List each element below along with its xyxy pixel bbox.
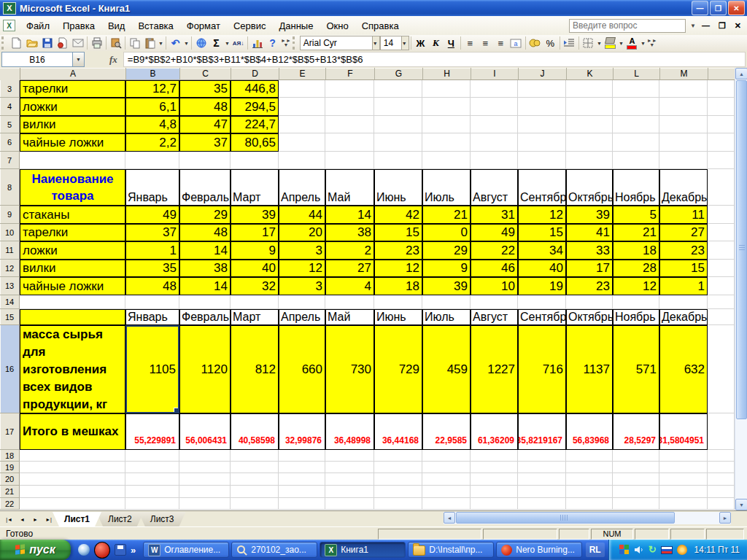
cell-F21[interactable] (325, 486, 374, 498)
cell-G20[interactable] (374, 473, 422, 486)
tab-sheet1[interactable]: Лист1 (53, 512, 101, 526)
formatting-options-icon[interactable]: ►►▼ (647, 39, 657, 47)
cell-D18[interactable] (231, 450, 279, 462)
cell-J7[interactable] (518, 152, 566, 169)
cell-N20[interactable] (708, 473, 735, 486)
cell-F13[interactable]: 4 (325, 277, 374, 295)
cell-M11[interactable]: 23 (659, 241, 708, 260)
cell-A3[interactable]: тарелки (20, 80, 125, 98)
row-header-14[interactable]: 14 (0, 295, 20, 309)
cell-N8[interactable] (708, 169, 735, 206)
cell-I21[interactable] (471, 486, 518, 498)
cell-G19[interactable] (374, 462, 422, 473)
cell-D9[interactable]: 39 (231, 206, 279, 224)
cell-F14[interactable] (325, 295, 374, 309)
cell-H5[interactable] (422, 116, 471, 133)
cell-C21[interactable] (179, 486, 231, 498)
cell-D22[interactable] (231, 498, 279, 510)
cell-I7[interactable] (471, 152, 518, 169)
row-header-12[interactable]: 12 (0, 260, 20, 277)
cell-G12[interactable]: 12 (374, 260, 422, 277)
fill-color-icon[interactable] (603, 36, 618, 50)
cell-D16[interactable]: 812 (231, 325, 279, 413)
cell-H6[interactable] (422, 133, 471, 152)
cell-C16[interactable]: 1120 (179, 325, 231, 413)
cell-A18[interactable] (20, 450, 125, 462)
cell-J21[interactable] (518, 486, 566, 498)
help-icon[interactable]: ? (265, 36, 280, 50)
tab-sheet3[interactable]: Лист3 (139, 512, 186, 526)
cell-H21[interactable] (422, 486, 471, 498)
browser-icon[interactable] (94, 542, 110, 559)
cell-F10[interactable]: 38 (325, 224, 374, 241)
start-button[interactable]: пуск (0, 540, 71, 560)
cell-G5[interactable] (374, 116, 422, 133)
cell-N13[interactable] (708, 277, 735, 295)
cell-K17[interactable]: 56,83968 (566, 413, 613, 450)
cell-F7[interactable] (325, 152, 374, 169)
cell-H10[interactable]: 0 (422, 224, 471, 241)
cell-N9[interactable] (708, 206, 735, 224)
cell-A13[interactable]: чайные ложки (20, 277, 125, 295)
cell-E11[interactable]: 3 (279, 241, 325, 260)
cell-E14[interactable] (279, 295, 325, 309)
cell-J11[interactable]: 34 (518, 241, 566, 260)
media-disc-icon[interactable] (78, 544, 90, 556)
cell-I17[interactable]: 61,36209 (471, 413, 518, 450)
cell-C20[interactable] (179, 473, 231, 486)
cell-I13[interactable]: 10 (471, 277, 518, 295)
fx-icon[interactable]: fx (85, 54, 123, 66)
close-button[interactable]: ✕ (728, 1, 745, 15)
menu-insert[interactable]: Вставка (131, 18, 179, 34)
cell-J13[interactable]: 19 (518, 277, 566, 295)
cell-B22[interactable] (125, 498, 179, 510)
cell-G16[interactable]: 729 (374, 325, 422, 413)
office-tray-icon[interactable] (619, 545, 630, 555)
cell-I4[interactable] (471, 98, 518, 116)
cell-M4[interactable] (659, 98, 708, 116)
cell-J20[interactable] (518, 473, 566, 486)
menu-file[interactable]: Файл (20, 18, 56, 34)
cell-A17[interactable]: Итого в мешках (20, 413, 125, 450)
cell-J9[interactable]: 12 (518, 206, 566, 224)
cell-C9[interactable]: 29 (179, 206, 231, 224)
scroll-up-icon[interactable]: ▲ (735, 68, 747, 79)
currency-icon[interactable] (527, 36, 543, 50)
first-sheet-icon[interactable]: |◄ (3, 513, 15, 525)
cell-H18[interactable] (422, 450, 471, 462)
cell-F17[interactable]: 36,48998 (325, 413, 374, 450)
cell-H19[interactable] (422, 462, 471, 473)
cell-L14[interactable] (613, 295, 659, 309)
column-header-C[interactable]: C (180, 68, 231, 80)
cell-A20[interactable] (20, 473, 125, 486)
cell-B9[interactable]: 49 (125, 206, 179, 224)
sort-ascending-icon[interactable]: АЯ↓ (231, 36, 246, 50)
chart-wizard-icon[interactable] (249, 36, 265, 50)
cell-N7[interactable] (708, 152, 735, 169)
cell-N22[interactable] (708, 498, 735, 510)
cell-J3[interactable] (518, 80, 566, 98)
hyperlink-icon[interactable] (193, 36, 209, 50)
taskbar-task-nero[interactable]: Nero Burning... (496, 542, 582, 558)
cell-K5[interactable] (566, 116, 613, 133)
cell-D8[interactable]: Март (231, 169, 279, 206)
row-header-18[interactable]: 18 (0, 450, 20, 462)
row-header-5[interactable]: 5 (0, 116, 20, 133)
cell-J16[interactable]: 716 (518, 325, 566, 413)
autosum-dropdown-icon[interactable]: ▼ (224, 41, 231, 46)
row-header-13[interactable]: 13 (0, 277, 20, 295)
cell-D7[interactable] (231, 152, 279, 169)
row-header-20[interactable]: 20 (0, 473, 20, 486)
cell-C14[interactable] (179, 295, 231, 309)
menu-tools[interactable]: Сервис (227, 18, 273, 34)
cell-E16[interactable]: 660 (279, 325, 325, 413)
row-header-17[interactable]: 17 (0, 413, 20, 450)
cell-K19[interactable] (566, 462, 613, 473)
borders-dropdown-icon[interactable]: ▼ (596, 41, 603, 46)
cell-J19[interactable] (518, 462, 566, 473)
cell-B14[interactable] (125, 295, 179, 309)
cell-F20[interactable] (325, 473, 374, 486)
formatting-toolbar-grip[interactable] (293, 36, 298, 50)
cell-L3[interactable] (613, 80, 659, 98)
cell-A21[interactable] (20, 486, 125, 498)
